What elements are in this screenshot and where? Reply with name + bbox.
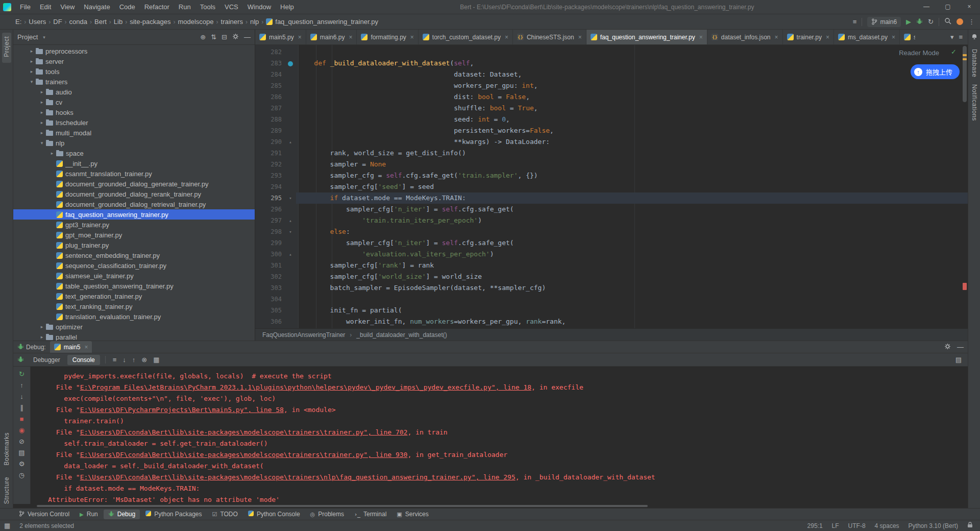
tree-item-sequence_classification_trainer.py[interactable]: sequence_classification_trainer.py	[13, 260, 255, 271]
hidden-tabs-icon[interactable]: ▾	[950, 34, 954, 40]
lock-icon[interactable]	[967, 522, 973, 529]
chevron-collapsed-icon[interactable]: ▸	[38, 334, 46, 340]
close-icon[interactable]: ×	[892, 34, 895, 41]
editor[interactable]: 282283 def _build_dataloader_with_datase…	[255, 45, 968, 328]
tool-window-button-python-console[interactable]: Python Console	[243, 510, 305, 519]
chevron-expanded-icon[interactable]: ▾	[38, 140, 46, 146]
tool-stripe-bookmarks[interactable]: Bookmarks	[3, 432, 10, 466]
tool-window-switcher-icon[interactable]: ▦	[4, 522, 10, 529]
editor-tab-ms_dataset.py[interactable]: ms_dataset.py×	[834, 30, 900, 44]
stack-trace-link[interactable]: E:\Users\DF\PycharmProjects\Bert\main5.p…	[80, 406, 284, 414]
tree-item-multi_modal[interactable]: ▸multi_modal	[13, 128, 255, 138]
fold-icon[interactable]: ▾	[285, 192, 296, 204]
settings-icon[interactable]: ⚙	[19, 461, 25, 467]
tree-item-trainers[interactable]: ▾trainers	[13, 77, 255, 87]
line-separator[interactable]: LF	[832, 522, 839, 529]
tool-window-button-version-control[interactable]: Version Control	[14, 510, 74, 519]
clear-icon[interactable]: ⊗	[139, 356, 149, 364]
tool-window-button-python-packages[interactable]: Python Packages	[141, 510, 206, 519]
chevron-collapsed-icon[interactable]: ▸	[38, 89, 46, 94]
tree-item-plug_trainer.py[interactable]: plug_trainer.py	[13, 240, 255, 250]
editor-tab-torch_custom_dataset.py[interactable]: torch_custom_dataset.py×	[419, 30, 513, 44]
hide-panel-icon[interactable]: —	[957, 344, 964, 350]
tree-item-server[interactable]: ▸server	[13, 56, 255, 66]
reader-mode-label[interactable]: Reader Mode	[899, 49, 939, 57]
close-icon[interactable]: ×	[349, 34, 352, 41]
stop-icon[interactable]: ■	[20, 416, 24, 422]
inspections-ok-icon[interactable]: ✓	[951, 48, 957, 56]
chevron-down-icon[interactable]: ▾	[40, 35, 48, 40]
chevron-collapsed-icon[interactable]: ▸	[28, 69, 36, 74]
tab-options-icon[interactable]: ≡	[959, 34, 963, 40]
breadcrumb-item[interactable]: Lib	[113, 18, 124, 26]
editor-tab-main6.py[interactable]: main6.py×	[306, 30, 357, 44]
tree-item-document_grounded_dialog_generate_trainer.py[interactable]: document_grounded_dialog_generate_traine…	[13, 179, 255, 189]
history-icon[interactable]: ◷	[19, 472, 24, 478]
mute-breakpoints-icon[interactable]: ⊘	[19, 438, 24, 445]
breadcrumb-item[interactable]: faq_question_answering_trainer.py	[274, 18, 379, 26]
close-icon[interactable]: ×	[775, 34, 778, 41]
editor-tab-dataset_infos.json[interactable]: {}dataset_infos.json×	[707, 30, 783, 44]
warning-stripe-mark[interactable]	[963, 54, 967, 56]
tree-item-__init__.py[interactable]: __init__.py	[13, 158, 255, 168]
step-into-icon[interactable]: ↓	[20, 393, 23, 400]
tree-item-translation_evaluation_trainer.py[interactable]: translation_evaluation_trainer.py	[13, 311, 255, 322]
editor-tab-formatting.py[interactable]: formatting.py×	[357, 30, 418, 44]
chevron-collapsed-icon[interactable]: ▸	[38, 120, 46, 125]
breadcrumb-item[interactable]: E:	[14, 18, 22, 26]
tree-item-text_generation_trainer.py[interactable]: text_generation_trainer.py	[13, 291, 255, 301]
close-icon[interactable]: ×	[84, 344, 88, 351]
locate-file-icon[interactable]: ⊕	[200, 34, 206, 40]
menu-tools[interactable]: Tools	[195, 0, 220, 14]
minimize-button[interactable]: —	[916, 0, 937, 14]
editor-tab-faq_question_answering_trainer.py[interactable]: faq_question_answering_trainer.py×	[586, 30, 707, 44]
chevron-collapsed-icon[interactable]: ▸	[28, 59, 36, 64]
split-icon[interactable]: ▦	[151, 356, 161, 364]
settings-gear-icon[interactable]	[944, 343, 951, 352]
tab-console[interactable]: Console	[67, 355, 100, 365]
tool-stripe-project[interactable]: Project	[2, 33, 11, 63]
menu-window[interactable]: Window	[243, 0, 276, 14]
fold-end-icon[interactable]: ▴	[285, 136, 296, 148]
settings-gear-icon[interactable]	[232, 33, 239, 42]
menu-edit[interactable]: Edit	[35, 0, 56, 14]
soft-wrap-icon[interactable]: ≡	[111, 356, 119, 364]
error-stripe-mark[interactable]	[963, 283, 967, 290]
chevron-expanded-icon[interactable]: ▾	[28, 79, 36, 84]
hide-panel-icon[interactable]: —	[244, 34, 251, 40]
export-icon[interactable]: ↑	[130, 356, 138, 364]
menu-run[interactable]: Run	[174, 0, 195, 14]
layout-icon[interactable]: ▤	[953, 356, 964, 364]
python-interpreter[interactable]: Python 3.10 (Bert)	[909, 522, 958, 529]
tool-window-button-debug[interactable]: Debug	[104, 510, 140, 519]
tree-item-cv[interactable]: ▸cv	[13, 97, 255, 107]
close-icon[interactable]: ×	[298, 34, 302, 41]
notifications-bell-icon[interactable]	[971, 33, 977, 42]
file-encoding[interactable]: UTF-8	[848, 522, 866, 529]
debug-session-tab[interactable]: main5 ×	[50, 341, 92, 353]
upload-button[interactable]: ↑ 拖拽上传	[911, 64, 960, 79]
warning-stripe-mark[interactable]	[963, 58, 967, 60]
fold-end-icon[interactable]: ▴	[285, 215, 296, 226]
tool-window-button-terminal[interactable]: ›_Terminal	[350, 510, 391, 519]
collapse-all-icon[interactable]: ⊟	[222, 34, 227, 40]
tree-item-preprocessors[interactable]: ▸preprocessors	[13, 46, 255, 56]
close-icon[interactable]: ×	[410, 34, 414, 41]
changes-list-icon[interactable]: ≡	[853, 18, 857, 25]
editor-tab-si[interactable]: si	[900, 30, 915, 44]
project-panel-title[interactable]: Project	[17, 33, 38, 41]
pause-icon[interactable]: ∥	[20, 404, 23, 411]
editor-tab-ChineseSTS.json[interactable]: {}ChineseSTS.json×	[513, 30, 586, 44]
menu-file[interactable]: File	[15, 0, 35, 14]
stack-trace-link[interactable]: E:\Users\DF\conda\Bert\lib\site-packages…	[80, 451, 408, 458]
breadcrumb-item[interactable]: site-packages	[129, 18, 172, 26]
fold-end-icon[interactable]: ▴	[285, 249, 296, 260]
stack-trace-link[interactable]: E:\Program Files\JetBrains\PyCharm 2023.…	[80, 383, 531, 391]
tree-item-tools[interactable]: ▸tools	[13, 66, 255, 77]
search-everywhere-button[interactable]	[944, 17, 951, 27]
console-horizontal-scrollbar[interactable]	[13, 504, 968, 508]
menu-vcs[interactable]: VCS	[220, 0, 243, 14]
tree-item-parallel[interactable]: ▸parallel	[13, 332, 255, 341]
tool-stripe-structure[interactable]: Structure	[3, 477, 10, 504]
menu-navigate[interactable]: Navigate	[79, 0, 114, 14]
